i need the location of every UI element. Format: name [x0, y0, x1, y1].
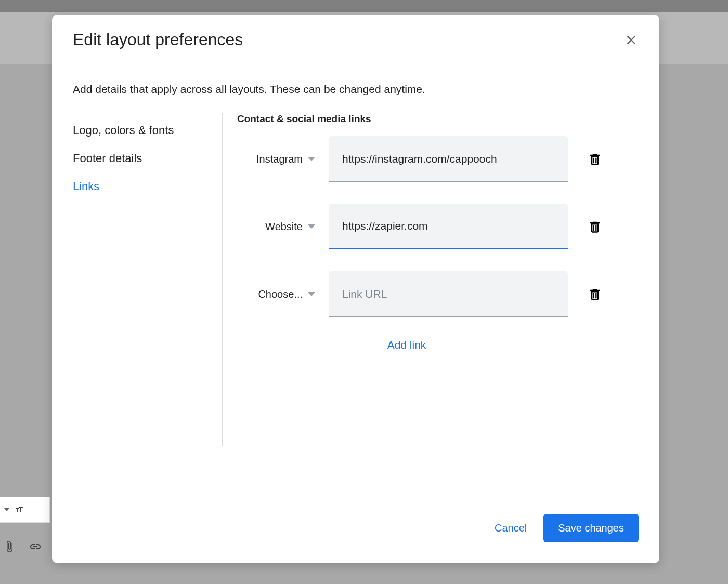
- text-size-icon[interactable]: TT: [16, 506, 22, 514]
- caret-down-icon: [308, 157, 315, 161]
- trash-icon[interactable]: [588, 287, 602, 301]
- dialog-header: Edit layout preferences: [52, 15, 659, 64]
- cancel-button[interactable]: Cancel: [495, 522, 527, 534]
- link-url-input[interactable]: [329, 136, 568, 182]
- link-type-label: Choose...: [258, 288, 303, 300]
- link-row-choose: Choose...: [237, 271, 639, 317]
- section-title: Contact & social media links: [237, 113, 639, 125]
- link-row-instagram: Instagram: [237, 136, 639, 182]
- sidebar: Logo, colors & fonts Footer details Link…: [73, 113, 223, 446]
- font-size-toolbar[interactable]: TT: [0, 497, 50, 523]
- content-row: Logo, colors & fonts Footer details Link…: [73, 113, 639, 446]
- sidebar-item-logo-colors-fonts[interactable]: Logo, colors & fonts: [73, 116, 222, 144]
- link-url-input[interactable]: [329, 204, 568, 249]
- link-type-select[interactable]: Choose...: [237, 288, 318, 300]
- main-panel: Contact & social media links Instagram W…: [223, 113, 639, 446]
- backdrop-top-bar: [0, 0, 728, 12]
- dialog-title: Edit layout preferences: [73, 30, 243, 49]
- save-changes-button[interactable]: Save changes: [543, 514, 639, 542]
- caret-down-icon[interactable]: [4, 508, 9, 511]
- link-type-label: Website: [265, 221, 303, 233]
- link-type-select[interactable]: Website: [237, 221, 318, 233]
- trash-icon[interactable]: [588, 152, 602, 166]
- link-type-select[interactable]: Instagram: [237, 153, 318, 165]
- dialog-body: Add details that apply across all layout…: [52, 64, 659, 501]
- sidebar-item-footer-details[interactable]: Footer details: [73, 144, 222, 172]
- trash-icon[interactable]: [588, 219, 602, 234]
- edit-layout-preferences-dialog: Edit layout preferences Add details that…: [52, 15, 659, 563]
- add-link-button[interactable]: Add link: [237, 339, 576, 351]
- sidebar-item-links[interactable]: Links: [73, 172, 222, 201]
- dialog-footer: Cancel Save changes: [52, 501, 659, 563]
- close-icon[interactable]: [624, 33, 639, 47]
- caret-down-icon: [308, 224, 315, 229]
- dialog-intro: Add details that apply across all layout…: [73, 83, 639, 96]
- caret-down-icon: [308, 292, 315, 296]
- link-icon[interactable]: [29, 540, 42, 553]
- link-row-website: Website: [237, 204, 639, 249]
- link-type-label: Instagram: [256, 153, 303, 165]
- attachment-icon[interactable]: [3, 540, 16, 553]
- link-url-input[interactable]: [329, 271, 568, 317]
